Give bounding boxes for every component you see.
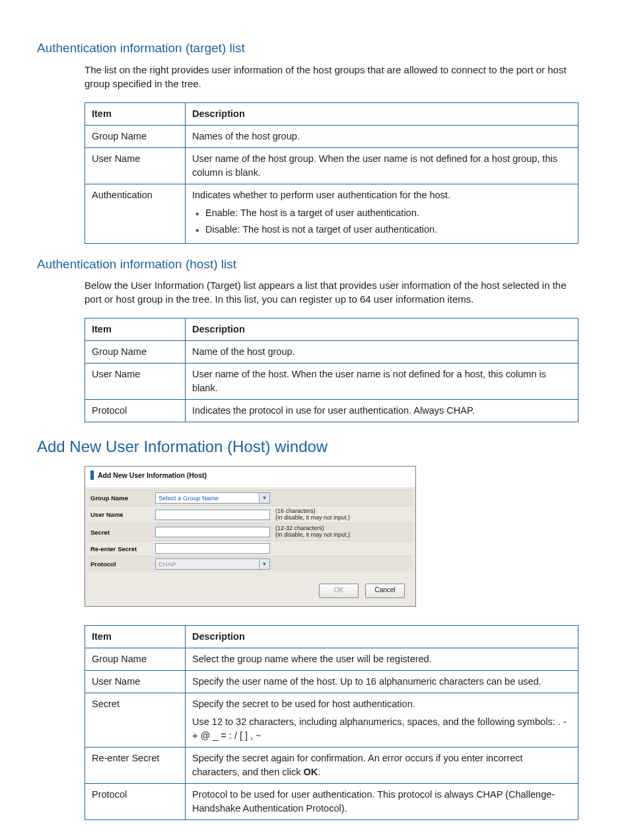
accent-icon [90,471,94,480]
th-item: Item [85,102,186,125]
secret-input[interactable] [155,527,270,537]
dialog-screenshot: Add New User Information (Host) Group Na… [85,466,577,607]
th-description: Description [186,319,578,341]
cell-desc: Specify the secret to be used for host a… [186,693,578,747]
cell-desc: Indicates whether to perform user authen… [186,184,578,243]
reenter-desc-post: . [318,767,320,777]
group-name-select[interactable]: Select a Group Name ▼ [155,492,270,504]
ok-button[interactable]: OK [319,584,359,598]
protocol-value: CHAP [158,560,176,568]
cell-item: Protocol [85,400,186,422]
table-row: Group Name Names of the host group. [85,125,578,147]
label-reenter-secret: Re-enter Secret [87,542,151,556]
table-add-user-fields: Item Description Group Name Select the g… [85,625,578,820]
table-row: Re-enter Secret Specify the secret again… [85,747,578,784]
protocol-select[interactable]: CHAP ▼ [155,558,270,570]
table-row: User Name Specify the user name of the h… [85,671,578,693]
table-row: Protocol Indicates the protocol in use f… [85,400,578,422]
reenter-desc-pre: Specify the secret again for confirmatio… [192,753,522,777]
table-header-row: Item Description [85,319,578,341]
th-description: Description [186,102,578,125]
reenter-secret-input[interactable] [155,543,270,554]
cell-desc: Specify the secret again for confirmatio… [186,747,578,784]
table-auth-target: Item Description Group Name Names of the… [85,102,578,244]
table-row: Group Name Select the group name where t… [85,648,578,671]
cell-desc: User name of the host group. When the us… [186,147,578,184]
add-user-info-dialog: Add New User Information (Host) Group Na… [85,466,416,607]
heading-auth-target-list: Authentication information (target) list [37,40,577,57]
auth-desc-intro: Indicates whether to perform user authen… [192,190,450,200]
heading-add-user-window: Add New User Information (Host) window [37,436,577,458]
cell-item: Protocol [85,784,186,820]
cell-desc: Specify the user name of the host. Up to… [186,671,578,693]
label-group-name: Group Name [87,491,151,505]
cell-desc: Indicates the protocol in use for user a… [186,400,578,422]
cell-item: User Name [85,363,186,400]
th-item: Item [85,626,186,648]
cell-item: Group Name [85,648,186,671]
th-item: Item [85,319,186,341]
table-row: User Name User name of the host group. W… [85,147,578,184]
table-row: Secret Specify the secret to be used for… [85,693,578,747]
cell-item: Group Name [85,125,186,147]
cell-desc: Protocol to be used for user authenticat… [186,784,578,820]
cell-desc: User name of the host. When the user nam… [186,363,578,400]
chevron-down-icon: ▼ [259,559,269,569]
cell-desc: Names of the host group. [186,125,578,147]
secret-line2: Use 12 to 32 characters, including alpha… [192,715,571,743]
table-row: User Name User name of the host. When th… [85,363,578,400]
cell-item: User Name [85,671,186,693]
intro-auth-host: Below the User Information (Target) list… [85,278,577,306]
reenter-desc-ok: OK [303,767,318,777]
table-header-row: Item Description [85,626,578,648]
cell-item: Authentication [85,184,186,243]
cell-item: Group Name [85,341,186,363]
list-item: Enable: The host is a target of user aut… [205,206,571,220]
table-row: Protocol Protocol to be used for user au… [85,784,578,820]
table-header-row: Item Description [85,102,578,125]
th-description: Description [186,626,578,648]
secret-line1: Specify the secret to be used for host a… [192,697,571,711]
table-row: Group Name Name of the host group. [85,341,578,363]
table-auth-host: Item Description Group Name Name of the … [85,318,578,422]
cell-desc: Name of the host group. [186,341,578,363]
dialog-title-text: Add New User Information (Host) [98,471,207,480]
cell-item: User Name [85,147,186,184]
list-item: Disable: The host is not a target of use… [205,223,571,237]
cancel-button[interactable]: Cancel [365,584,405,598]
group-name-value: Select a Group Name [158,494,219,502]
user-name-input[interactable] [155,510,270,520]
label-protocol: Protocol [87,557,151,571]
cell-item: Secret [85,693,186,747]
help-secret: (12-32 characters) (In disable, it may n… [275,525,350,539]
label-secret: Secret [87,525,151,539]
cell-item: Re-enter Secret [85,747,186,784]
table-row: Authentication Indicates whether to perf… [85,184,578,243]
intro-auth-target: The list on the right provides user info… [85,63,577,91]
help-user-name: (16 characters) (In disable, it may not … [275,508,350,521]
dialog-title-bar: Add New User Information (Host) [85,467,415,487]
cell-desc: Select the group name where the user wil… [186,648,578,671]
label-user-name: User Name [87,508,151,521]
heading-auth-host-list: Authentication information (host) list [37,256,577,274]
chevron-down-icon: ▼ [259,493,269,503]
